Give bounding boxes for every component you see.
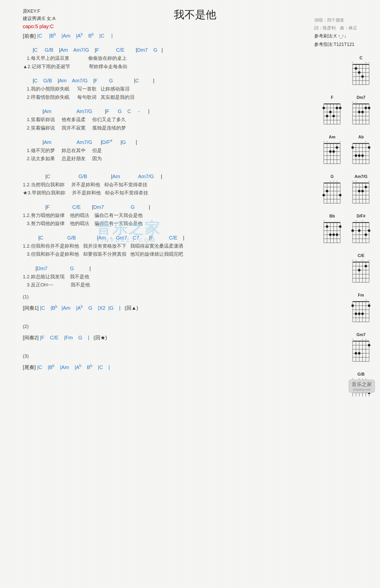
svg-text:○: ○	[336, 180, 338, 182]
svg-point-53	[361, 111, 364, 113]
intro-label: [前奏]	[23, 33, 36, 39]
chord-diagram-am: Am○○○	[321, 135, 343, 167]
svg-point-33	[322, 107, 325, 109]
svg-point-50	[368, 107, 370, 109]
outro-label: [尾奏]	[23, 364, 36, 370]
meta-right: 演唱：四个朋友 詞：陈彦利 曲：林正 参考刷法:X ↑‸↑↓ 参考指法:T121…	[314, 16, 357, 48]
svg-point-204	[355, 313, 357, 315]
svg-text:○: ○	[368, 259, 370, 262]
svg-text:○: ○	[368, 61, 370, 64]
svg-point-184	[358, 269, 360, 271]
chord-diagram-ce: C/E○○○○	[350, 253, 372, 285]
chord-diagram-ab: Ab○	[350, 135, 372, 167]
svg-point-167	[351, 229, 354, 232]
svg-point-202	[368, 304, 370, 307]
svg-text:○: ○	[326, 140, 328, 143]
svg-point-109	[339, 194, 341, 196]
intro-chords: |C |Bb |Am |Ab Bb |C |	[36, 33, 113, 39]
svg-point-223	[358, 352, 360, 355]
chord-diagram-bb: Bb○	[321, 214, 343, 246]
svg-point-146	[326, 225, 328, 228]
chord-diagram-c: C○○○	[350, 56, 372, 88]
svg-text:○: ○	[339, 140, 341, 143]
svg-point-166	[365, 233, 367, 236]
svg-point-203	[351, 304, 354, 307]
inter2-chords: |F C/E |Fm G |	[39, 335, 93, 340]
svg-point-31	[339, 107, 341, 109]
svg-point-108	[322, 194, 325, 196]
svg-point-165	[358, 229, 360, 232]
inter1-label: [间奏1]	[23, 305, 39, 311]
svg-point-12	[358, 71, 360, 74]
svg-text:○: ○	[365, 61, 367, 64]
svg-point-147	[329, 233, 332, 236]
svg-point-145	[339, 225, 341, 228]
svg-point-183	[365, 265, 367, 267]
svg-point-206	[361, 313, 364, 315]
svg-text:○: ○	[323, 219, 325, 222]
svg-text:○: ○	[362, 338, 363, 341]
svg-point-92	[361, 154, 364, 157]
svg-point-91	[358, 154, 360, 157]
svg-point-69	[336, 146, 338, 149]
svg-text:○: ○	[352, 180, 353, 182]
svg-point-51	[365, 107, 367, 109]
svg-point-32	[336, 107, 338, 109]
svg-text:○: ○	[323, 140, 325, 143]
svg-point-34	[329, 111, 332, 113]
svg-text:○: ○	[333, 180, 334, 182]
chord-diagram-dm7: Dm7○○	[350, 95, 372, 127]
svg-text:○: ○	[330, 180, 331, 182]
chord-diagram-gm7: Gm7○○○	[350, 333, 372, 364]
svg-point-70	[329, 150, 332, 153]
svg-text:○: ○	[368, 180, 370, 182]
chord-diagram-g: G○○○	[321, 174, 343, 206]
svg-text:○: ○	[365, 338, 367, 341]
svg-point-222	[355, 352, 357, 355]
svg-text:○: ○	[352, 61, 353, 64]
chord-diagrams: C○○○FDm7○○Am○○○Ab○G○○○Am7/G○○○Bb○D/F#○○C…	[311, 56, 372, 396]
svg-text:○: ○	[355, 219, 357, 222]
svg-text:○: ○	[365, 299, 367, 301]
footer-logo: 音乐之家 yinyuezj.com	[349, 379, 375, 393]
svg-text:○: ○	[352, 101, 353, 103]
svg-point-107	[326, 190, 328, 192]
svg-point-71	[332, 150, 335, 153]
chord-diagram-fm: Fm○	[350, 293, 372, 325]
svg-point-127	[358, 190, 360, 192]
svg-point-35	[332, 115, 335, 117]
svg-point-221	[368, 344, 370, 346]
svg-text:○: ○	[355, 180, 357, 182]
svg-text:○: ○	[355, 259, 357, 262]
svg-point-89	[351, 146, 354, 149]
svg-point-164	[368, 229, 370, 232]
inter1-chords: |C |Bb |Am |Ab G |X2 |G |	[39, 305, 125, 311]
chord-diagram-am7g: Am7/G○○○	[350, 174, 372, 206]
svg-text:○: ○	[352, 259, 353, 262]
svg-point-128	[361, 190, 364, 192]
svg-text:○: ○	[365, 140, 367, 143]
svg-point-14	[355, 67, 357, 70]
svg-point-126	[365, 186, 367, 188]
svg-point-52	[358, 111, 360, 113]
svg-point-149	[336, 233, 338, 236]
svg-text:○: ○	[362, 259, 363, 262]
chord-diagram-f: F	[321, 95, 343, 127]
svg-text:○: ○	[355, 101, 357, 103]
svg-text:○: ○	[352, 338, 353, 341]
svg-point-13	[361, 75, 364, 78]
svg-point-205	[358, 313, 360, 315]
svg-point-148	[332, 233, 335, 236]
svg-point-88	[368, 146, 370, 149]
inter2-label: [间奏2]	[23, 335, 39, 340]
svg-point-36	[326, 115, 328, 117]
outro-chords: |C |Bb |Am |Ab Bb |C |	[36, 364, 110, 370]
svg-text:○: ○	[362, 219, 363, 222]
chord-diagram-df: D/F#○○	[350, 214, 372, 246]
svg-point-90	[355, 154, 357, 157]
